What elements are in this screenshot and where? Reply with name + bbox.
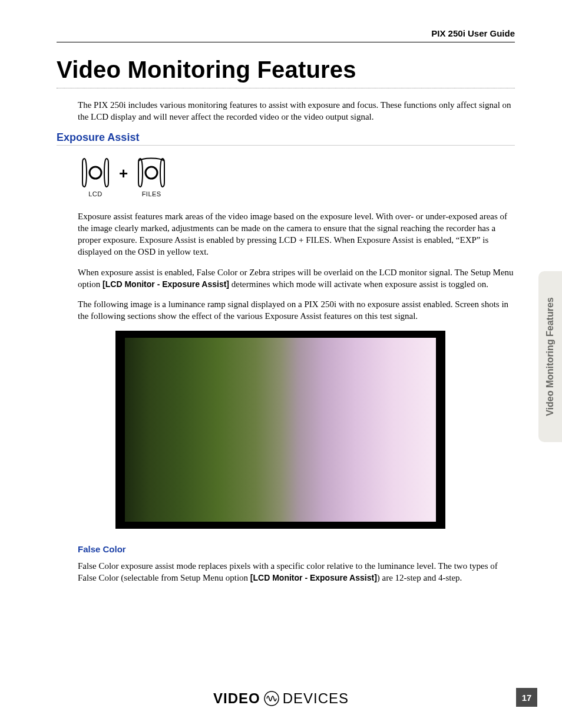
exposure-para-2b: determines which mode will activate when… (229, 279, 488, 289)
page-title: Video Monitoring Features (57, 57, 515, 88)
side-tab: Video Monitoring Features (538, 271, 562, 442)
menu-option-1: [LCD Monitor - Exposure Assist] (103, 279, 229, 289)
brand-wave-icon (264, 691, 279, 706)
lcd-label: LCD (80, 190, 111, 197)
false-color-para: False Color exposure assist mode replace… (78, 560, 515, 584)
luminance-ramp-gradient (125, 338, 436, 522)
files-button-icon: FILES (136, 156, 167, 197)
brand-devices: DEVICES (283, 690, 349, 707)
intro-paragraph: The PIX 250i includes various monitoring… (78, 99, 515, 123)
menu-option-2: [LCD Monitor - Exposure Assist] (250, 573, 377, 582)
brand-video: VIDEO (213, 690, 260, 707)
svg-point-1 (146, 167, 157, 179)
lcd-button-icon: LCD (80, 156, 111, 197)
subsection-false-color: False Color (78, 544, 515, 554)
footer-brand: VIDEO DEVICES (0, 690, 562, 707)
false-color-para-b: ) are 12-step and 4-step. (377, 573, 462, 582)
exposure-para-1: Exposure assist features mark areas of t… (78, 210, 515, 258)
exposure-para-2: When exposure assist is enabled, False C… (78, 266, 515, 291)
luminance-ramp-figure (115, 331, 445, 529)
page-number: 17 (516, 688, 537, 707)
header-guide-title: PIX 250i User Guide (57, 28, 515, 42)
exposure-para-3: The following image is a luminance ramp … (78, 298, 515, 322)
files-label: FILES (136, 190, 167, 197)
button-combo-row: LCD + FILES (80, 156, 515, 197)
plus-icon: + (119, 166, 128, 181)
side-tab-label: Video Monitoring Features (545, 297, 556, 416)
svg-point-0 (90, 167, 101, 179)
section-exposure-assist: Exposure Assist (57, 131, 515, 146)
